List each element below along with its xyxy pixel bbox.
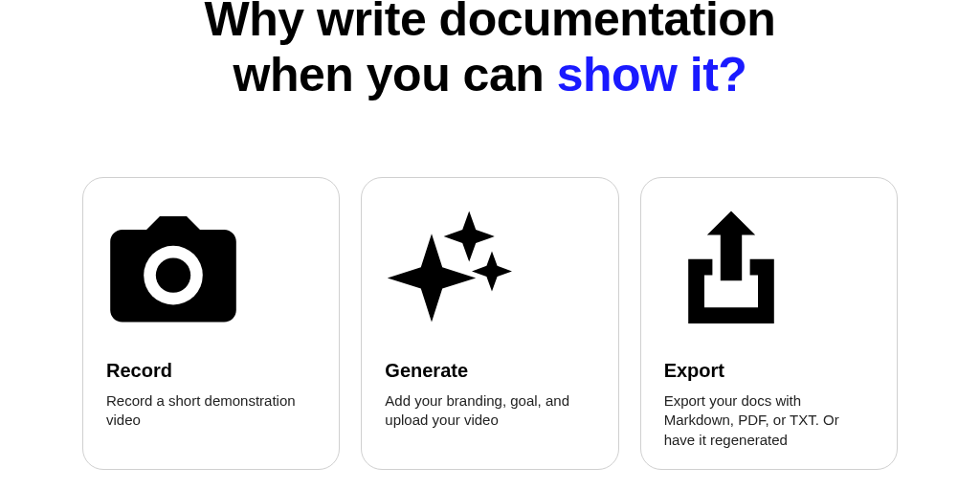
svg-point-1 (156, 257, 190, 292)
camera-icon (106, 203, 240, 337)
feature-cards-row: Record Record a short demonstration vide… (0, 177, 980, 470)
hero-line1: Why write documentation (205, 0, 776, 46)
export-icon (664, 203, 798, 337)
card-export-desc: Export your docs with Markdown, PDF, or … (664, 391, 874, 450)
card-record: Record Record a short demonstration vide… (82, 177, 340, 470)
card-export: Export Export your docs with Markdown, P… (640, 177, 898, 470)
card-generate: Generate Add your branding, goal, and up… (361, 177, 618, 470)
hero-line2-prefix: when you can (234, 48, 557, 101)
card-export-title: Export (664, 360, 874, 382)
hero-line2-accent: show it? (557, 48, 747, 101)
card-generate-desc: Add your branding, goal, and upload your… (385, 391, 594, 431)
sparkles-icon (385, 203, 519, 337)
hero-title: Why write documentation when you can sho… (0, 0, 980, 102)
card-record-title: Record (106, 360, 316, 382)
card-generate-title: Generate (385, 360, 594, 382)
card-record-desc: Record a short demonstration video (106, 391, 316, 431)
